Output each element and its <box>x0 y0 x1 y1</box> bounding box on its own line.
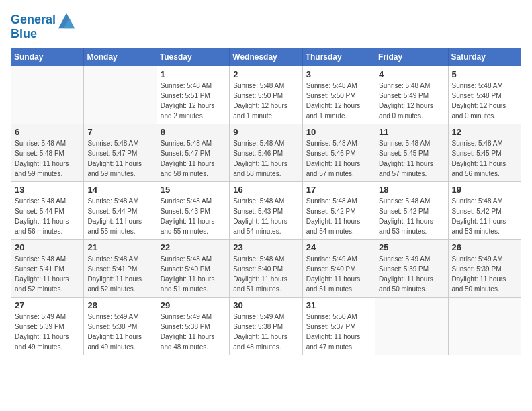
day-info: Sunrise: 5:48 AM Sunset: 5:46 PM Dayligh… <box>233 138 298 179</box>
day-info: Sunrise: 5:48 AM Sunset: 5:42 PM Dayligh… <box>306 196 371 236</box>
day-number: 25 <box>379 242 444 253</box>
day-info: Sunrise: 5:49 AM Sunset: 5:39 PM Dayligh… <box>452 254 517 294</box>
calendar-cell: 9Sunrise: 5:48 AM Sunset: 5:46 PM Daylig… <box>230 124 302 182</box>
day-info: Sunrise: 5:49 AM Sunset: 5:38 PM Dayligh… <box>87 312 152 352</box>
day-info: Sunrise: 5:48 AM Sunset: 5:43 PM Dayligh… <box>161 196 226 236</box>
day-info: Sunrise: 5:48 AM Sunset: 5:42 PM Dayligh… <box>379 196 444 236</box>
day-number: 8 <box>161 127 226 137</box>
weekday-header-cell: Thursday <box>302 48 375 66</box>
day-info: Sunrise: 5:48 AM Sunset: 5:40 PM Dayligh… <box>233 254 298 294</box>
calendar-cell: 29Sunrise: 5:49 AM Sunset: 5:38 PM Dayli… <box>157 298 229 355</box>
day-info: Sunrise: 5:48 AM Sunset: 5:45 PM Dayligh… <box>452 138 517 179</box>
weekday-header-cell: Monday <box>84 48 157 66</box>
calendar-cell: 6Sunrise: 5:48 AM Sunset: 5:48 PM Daylig… <box>11 124 84 182</box>
calendar-cell: 27Sunrise: 5:49 AM Sunset: 5:39 PM Dayli… <box>11 298 84 355</box>
calendar-cell <box>448 298 521 355</box>
calendar-cell: 23Sunrise: 5:48 AM Sunset: 5:40 PM Dayli… <box>230 240 302 298</box>
weekday-header-row: SundayMondayTuesdayWednesdayThursdayFrid… <box>11 48 521 66</box>
day-number: 6 <box>15 127 80 137</box>
day-number: 16 <box>233 185 298 195</box>
calendar-cell: 26Sunrise: 5:49 AM Sunset: 5:39 PM Dayli… <box>448 240 521 298</box>
logo-icon <box>57 11 76 30</box>
calendar-week-row: 6Sunrise: 5:48 AM Sunset: 5:48 PM Daylig… <box>11 124 521 182</box>
calendar-cell: 18Sunrise: 5:48 AM Sunset: 5:42 PM Dayli… <box>375 182 448 240</box>
day-info: Sunrise: 5:49 AM Sunset: 5:39 PM Dayligh… <box>379 254 444 294</box>
day-number: 24 <box>306 242 371 253</box>
day-number: 1 <box>161 69 226 79</box>
calendar-cell: 22Sunrise: 5:48 AM Sunset: 5:40 PM Dayli… <box>157 240 229 298</box>
calendar-cell: 30Sunrise: 5:49 AM Sunset: 5:38 PM Dayli… <box>230 298 302 355</box>
weekday-header-cell: Sunday <box>11 48 84 66</box>
day-info: Sunrise: 5:49 AM Sunset: 5:38 PM Dayligh… <box>161 312 226 352</box>
calendar-cell: 3Sunrise: 5:48 AM Sunset: 5:50 PM Daylig… <box>302 66 375 124</box>
calendar-cell: 12Sunrise: 5:48 AM Sunset: 5:45 PM Dayli… <box>448 124 521 182</box>
day-number: 12 <box>452 127 517 137</box>
calendar-cell: 10Sunrise: 5:48 AM Sunset: 5:46 PM Dayli… <box>302 124 375 182</box>
calendar-cell: 8Sunrise: 5:48 AM Sunset: 5:47 PM Daylig… <box>157 124 229 182</box>
day-number: 28 <box>87 300 152 310</box>
day-info: Sunrise: 5:48 AM Sunset: 5:46 PM Dayligh… <box>306 138 371 179</box>
day-number: 20 <box>15 242 80 253</box>
weekday-header-cell: Friday <box>375 48 448 66</box>
day-number: 9 <box>233 127 298 137</box>
calendar-cell: 14Sunrise: 5:48 AM Sunset: 5:44 PM Dayli… <box>84 182 157 240</box>
page-header: General Blue <box>11 11 521 41</box>
calendar-cell: 24Sunrise: 5:49 AM Sunset: 5:40 PM Dayli… <box>302 240 375 298</box>
day-info: Sunrise: 5:48 AM Sunset: 5:47 PM Dayligh… <box>87 138 152 179</box>
day-info: Sunrise: 5:48 AM Sunset: 5:42 PM Dayligh… <box>452 196 517 236</box>
day-number: 26 <box>452 242 517 253</box>
day-info: Sunrise: 5:48 AM Sunset: 5:50 PM Dayligh… <box>233 81 298 121</box>
day-info: Sunrise: 5:48 AM Sunset: 5:51 PM Dayligh… <box>161 81 226 121</box>
day-number: 31 <box>306 300 371 310</box>
day-info: Sunrise: 5:48 AM Sunset: 5:40 PM Dayligh… <box>161 254 226 294</box>
calendar-cell: 28Sunrise: 5:49 AM Sunset: 5:38 PM Dayli… <box>84 298 157 355</box>
day-number: 30 <box>233 300 298 310</box>
day-number: 13 <box>15 185 80 195</box>
day-info: Sunrise: 5:48 AM Sunset: 5:48 PM Dayligh… <box>15 138 80 179</box>
calendar-cell: 15Sunrise: 5:48 AM Sunset: 5:43 PM Dayli… <box>157 182 229 240</box>
calendar-cell: 11Sunrise: 5:48 AM Sunset: 5:45 PM Dayli… <box>375 124 448 182</box>
calendar-cell: 20Sunrise: 5:48 AM Sunset: 5:41 PM Dayli… <box>11 240 84 298</box>
calendar-cell: 13Sunrise: 5:48 AM Sunset: 5:44 PM Dayli… <box>11 182 84 240</box>
day-number: 18 <box>379 185 444 195</box>
day-info: Sunrise: 5:48 AM Sunset: 5:48 PM Dayligh… <box>452 81 517 121</box>
day-number: 15 <box>161 185 226 195</box>
weekday-header-cell: Wednesday <box>230 48 302 66</box>
day-info: Sunrise: 5:48 AM Sunset: 5:45 PM Dayligh… <box>379 138 444 179</box>
calendar-week-row: 1Sunrise: 5:48 AM Sunset: 5:51 PM Daylig… <box>11 66 521 124</box>
calendar-cell: 1Sunrise: 5:48 AM Sunset: 5:51 PM Daylig… <box>157 66 229 124</box>
day-info: Sunrise: 5:48 AM Sunset: 5:44 PM Dayligh… <box>15 196 80 236</box>
weekday-header-cell: Tuesday <box>157 48 229 66</box>
day-number: 29 <box>161 300 226 310</box>
day-number: 22 <box>161 242 226 253</box>
logo: General Blue <box>11 11 76 41</box>
day-info: Sunrise: 5:49 AM Sunset: 5:38 PM Dayligh… <box>233 312 298 352</box>
day-number: 3 <box>306 69 371 79</box>
day-number: 27 <box>15 300 80 310</box>
day-info: Sunrise: 5:49 AM Sunset: 5:39 PM Dayligh… <box>15 312 80 352</box>
calendar-cell: 4Sunrise: 5:48 AM Sunset: 5:49 PM Daylig… <box>375 66 448 124</box>
day-number: 4 <box>379 69 444 79</box>
calendar-cell: 31Sunrise: 5:50 AM Sunset: 5:37 PM Dayli… <box>302 298 375 355</box>
calendar-week-row: 13Sunrise: 5:48 AM Sunset: 5:44 PM Dayli… <box>11 182 521 240</box>
day-number: 23 <box>233 242 298 253</box>
calendar-cell: 19Sunrise: 5:48 AM Sunset: 5:42 PM Dayli… <box>448 182 521 240</box>
day-info: Sunrise: 5:48 AM Sunset: 5:43 PM Dayligh… <box>233 196 298 236</box>
calendar-week-row: 20Sunrise: 5:48 AM Sunset: 5:41 PM Dayli… <box>11 240 521 298</box>
day-info: Sunrise: 5:48 AM Sunset: 5:44 PM Dayligh… <box>87 196 152 236</box>
day-number: 7 <box>87 127 152 137</box>
day-info: Sunrise: 5:49 AM Sunset: 5:40 PM Dayligh… <box>306 254 371 294</box>
day-info: Sunrise: 5:48 AM Sunset: 5:41 PM Dayligh… <box>87 254 152 294</box>
day-number: 14 <box>87 185 152 195</box>
day-number: 19 <box>452 185 517 195</box>
day-number: 5 <box>452 69 517 79</box>
day-info: Sunrise: 5:48 AM Sunset: 5:49 PM Dayligh… <box>379 81 444 121</box>
day-info: Sunrise: 5:48 AM Sunset: 5:41 PM Dayligh… <box>15 254 80 294</box>
day-info: Sunrise: 5:48 AM Sunset: 5:50 PM Dayligh… <box>306 81 371 121</box>
day-number: 10 <box>306 127 371 137</box>
day-info: Sunrise: 5:50 AM Sunset: 5:37 PM Dayligh… <box>306 312 371 352</box>
day-number: 11 <box>379 127 444 137</box>
calendar-cell: 16Sunrise: 5:48 AM Sunset: 5:43 PM Dayli… <box>230 182 302 240</box>
calendar-cell: 5Sunrise: 5:48 AM Sunset: 5:48 PM Daylig… <box>448 66 521 124</box>
calendar-table: SundayMondayTuesdayWednesdayThursdayFrid… <box>11 48 521 355</box>
